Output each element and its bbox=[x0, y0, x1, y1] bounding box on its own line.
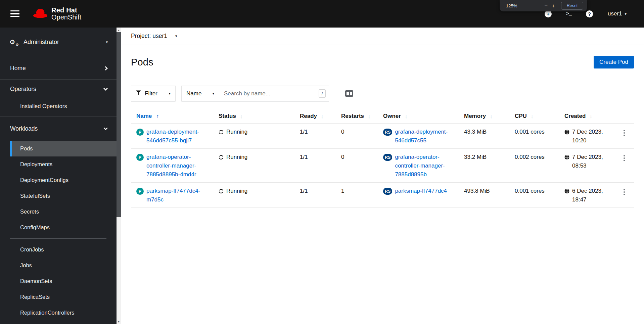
column-header-owner[interactable]: Owner↕ bbox=[378, 111, 459, 123]
replicaset-badge: RS bbox=[383, 154, 392, 161]
nav-toggle-hamburger-icon[interactable] bbox=[8, 7, 21, 21]
scroll-down-arrow-icon[interactable]: ▼ bbox=[117, 319, 121, 324]
kebab-menu-button[interactable] bbox=[622, 154, 626, 163]
sidebar-item-deployments[interactable]: Deployments bbox=[10, 156, 117, 172]
caret-down-icon: ▾ bbox=[169, 91, 171, 96]
table-header: Name↑Status↕Ready↕Restarts↕Owner↕Memory↕… bbox=[131, 111, 634, 124]
chevron-down-icon bbox=[103, 126, 108, 130]
caret-down-icon: ▾ bbox=[212, 91, 214, 96]
sort-icon: ↕ bbox=[531, 113, 534, 119]
project-selector[interactable]: Project: user1 bbox=[131, 33, 167, 40]
brand-name: Red Hat bbox=[51, 7, 81, 14]
perspective-label: Administrator bbox=[24, 39, 59, 46]
status-cell: Running bbox=[213, 183, 294, 207]
nav-section-label: Workloads bbox=[10, 125, 38, 132]
column-header-name[interactable]: Name↑ bbox=[131, 111, 213, 123]
caret-down-icon: ▾ bbox=[625, 12, 627, 16]
zoom-reset-button[interactable]: Reset bbox=[561, 2, 583, 10]
column-header-ready[interactable]: Ready↕ bbox=[294, 111, 336, 123]
kebab-menu-button[interactable] bbox=[622, 188, 626, 196]
restarts-cell: 0 bbox=[336, 149, 378, 182]
pod-name-link[interactable]: grafana-operator-controller-manager-7885… bbox=[146, 153, 196, 179]
search-attribute-dropdown[interactable]: Name ▾ bbox=[181, 86, 219, 101]
replicaset-badge: RS bbox=[383, 129, 392, 136]
owner-cell: RSparksmap-ff7477dc4 bbox=[378, 183, 459, 207]
scroll-up-arrow-icon[interactable]: ▲ bbox=[117, 28, 121, 32]
sidebar-item-statefulsets[interactable]: StatefulSets bbox=[10, 188, 117, 204]
sidebar-item-deploymentconfigs[interactable]: DeploymentConfigs bbox=[10, 172, 117, 188]
actions-cell bbox=[614, 149, 634, 182]
column-label: CPU bbox=[515, 113, 527, 120]
column-header-created[interactable]: Created↕ bbox=[559, 111, 614, 123]
create-pod-button[interactable]: Create Pod bbox=[594, 56, 634, 68]
column-header-cpu[interactable]: CPU↕ bbox=[509, 111, 559, 123]
filter-label: Filter bbox=[145, 90, 157, 97]
column-header-memory[interactable]: Memory↕ bbox=[459, 111, 509, 123]
pod-badge: P bbox=[136, 129, 144, 136]
column-header-restarts[interactable]: Restarts↕ bbox=[336, 111, 378, 123]
sidebar-item-daemonsets[interactable]: DaemonSets bbox=[10, 273, 117, 289]
project-bar: Project: user1 ▾ bbox=[121, 28, 644, 45]
help-icon[interactable]: ? bbox=[586, 10, 593, 17]
sidebar-item-configmaps[interactable]: ConfigMaps bbox=[10, 220, 117, 235]
ready-cell: 1/1 bbox=[294, 149, 336, 182]
cogs-icon: ⚙⚙ bbox=[9, 38, 19, 46]
owner-cell: RSgrafana-deployment-546dd57c55 bbox=[378, 124, 459, 148]
status-text: Running bbox=[226, 128, 247, 136]
sidebar-item-installed-operators[interactable]: Installed Operators bbox=[10, 98, 117, 114]
name-cell: Pgrafana-deployment-546dd57c55-bgjl7 bbox=[131, 124, 213, 148]
chevron-right-icon bbox=[103, 66, 108, 71]
nav-section-workloads[interactable]: Workloads bbox=[0, 117, 117, 141]
status-text: Running bbox=[226, 187, 247, 195]
search-shortcut-badge: / bbox=[319, 89, 326, 98]
status-cell: Running bbox=[213, 149, 294, 182]
actions-cell bbox=[614, 183, 634, 207]
ready-cell: 1/1 bbox=[294, 124, 336, 148]
zoom-out-button[interactable]: − bbox=[542, 2, 550, 9]
memory-cell: 493.8 MiB bbox=[459, 183, 509, 207]
owner-link[interactable]: grafana-deployment-546dd57c55 bbox=[395, 128, 448, 145]
actions-cell bbox=[614, 124, 634, 148]
scrollbar-thumb[interactable] bbox=[117, 32, 121, 217]
kebab-menu-button[interactable] bbox=[622, 129, 626, 137]
main-content: Project: user1 ▾ Pods Create Pod Filter … bbox=[121, 28, 644, 324]
nav-section-operators[interactable]: Operators bbox=[0, 80, 117, 98]
columns-icon bbox=[347, 92, 349, 95]
sidebar-item-pods[interactable]: Pods bbox=[10, 141, 117, 156]
sort-icon: ↕ bbox=[240, 113, 243, 119]
restarts-cell: 1 bbox=[336, 183, 378, 207]
sidebar-scrollbar[interactable]: ▲ ▼ bbox=[117, 28, 121, 324]
pod-name-link[interactable]: parksmap-ff7477dc4-m7d5c bbox=[146, 187, 200, 204]
nav-sections: HomeOperatorsInstalled OperatorsWorkload… bbox=[0, 57, 117, 323]
search-input[interactable] bbox=[219, 86, 329, 101]
manage-columns-button[interactable] bbox=[345, 90, 353, 97]
pod-name-link[interactable]: grafana-deployment-546dd57c55-bgjl7 bbox=[146, 128, 199, 145]
column-header-status[interactable]: Status↕ bbox=[213, 111, 294, 123]
pod-badge: P bbox=[136, 188, 144, 195]
sidebar-item-secrets[interactable]: Secrets bbox=[10, 204, 117, 220]
filter-dropdown[interactable]: Filter ▾ bbox=[131, 86, 176, 101]
sidebar-item-cronjobs[interactable]: CronJobs bbox=[10, 242, 117, 258]
owner-link[interactable]: grafana-operator-controller-manager-7885… bbox=[395, 153, 445, 179]
sidebar-item-replicationcontrollers[interactable]: ReplicationControllers bbox=[10, 305, 117, 321]
nav-divider bbox=[10, 238, 106, 239]
perspective-switcher[interactable]: ⚙⚙ Administrator ▾ bbox=[0, 28, 117, 57]
nav-group: WorkloadsPodsDeploymentsDeploymentConfig… bbox=[0, 117, 117, 323]
user-menu[interactable]: user1 ▾ bbox=[608, 10, 627, 17]
sidebar-item-replicasets[interactable]: ReplicaSets bbox=[10, 289, 117, 305]
nav-section-home[interactable]: Home bbox=[0, 57, 117, 79]
owner-link[interactable]: parksmap-ff7477dc4 bbox=[395, 187, 447, 195]
sidebar-nav: ⚙⚙ Administrator ▾ HomeOperatorsInstalle… bbox=[0, 28, 117, 324]
chevron-down-icon bbox=[103, 86, 108, 91]
zoom-in-button[interactable]: + bbox=[550, 2, 557, 9]
caret-down-icon[interactable]: ▾ bbox=[175, 34, 177, 38]
caret-down-icon: ▾ bbox=[106, 40, 108, 44]
product-name: OpenShift bbox=[51, 14, 81, 21]
page-title: Pods bbox=[131, 55, 153, 69]
nav-group: Home bbox=[0, 57, 117, 80]
status-text: Running bbox=[226, 153, 247, 161]
memory-cell: 33.2 MiB bbox=[459, 149, 509, 182]
sidebar-item-jobs[interactable]: Jobs bbox=[10, 258, 117, 273]
attribute-label: Name bbox=[186, 90, 201, 97]
column-label: Name bbox=[136, 113, 152, 120]
